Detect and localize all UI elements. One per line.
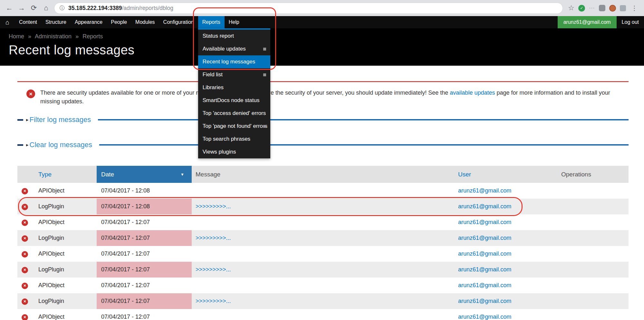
log-user-link[interactable]: arunz61@gmail.com: [458, 266, 511, 273]
toolbar-spacer: [244, 16, 558, 28]
log-table-row: ✕APIObject07/04/2017 - 12:07arunz61@gmai…: [17, 278, 629, 293]
breadcrumb-separator: »: [75, 33, 79, 40]
browser-menu-icon[interactable]: ⋮: [630, 4, 639, 12]
log-operations-cell: [553, 293, 629, 309]
log-operations-cell: [553, 183, 629, 199]
log-user-link[interactable]: arunz61@gmail.com: [458, 235, 511, 241]
reports-menu-item[interactable]: Top 'access denied' errors: [198, 107, 270, 120]
reports-menu-item[interactable]: SmartDocs node status: [198, 94, 270, 107]
severity-cell: ✕: [17, 183, 31, 199]
page-header: Home » Administration » Reports Recent l…: [0, 28, 644, 66]
gray-extension-icon[interactable]: [599, 5, 605, 11]
toolbar-item-configuration[interactable]: Configuration: [159, 16, 198, 28]
breadcrumb-administration-link[interactable]: Administration: [35, 33, 72, 40]
clear-log-messages-fieldset: ▸ Clear log messages: [17, 140, 629, 150]
error-status-icon: ✕: [22, 235, 28, 242]
clear-log-messages-toggle[interactable]: Clear log messages: [30, 141, 92, 149]
log-user-cell: arunz61@gmail.com: [451, 309, 553, 320]
breadcrumb-home-link[interactable]: Home: [9, 33, 24, 40]
log-user-link[interactable]: arunz61@gmail.com: [458, 314, 511, 320]
log-table: Type Date ▼ Message User Operations ✕API…: [17, 166, 629, 320]
reports-menu-item-label: SmartDocs node status: [203, 97, 260, 103]
log-user-link[interactable]: arunz61@gmail.com: [458, 187, 511, 194]
toolbar-item-help[interactable]: Help: [225, 16, 244, 28]
log-type-cell: LogPlugin: [31, 293, 97, 309]
page-info-icon[interactable]: ⓘ: [60, 5, 65, 12]
url-bar[interactable]: ⓘ 35.185.222.194:3389 /admin/reports/dbl…: [54, 3, 563, 14]
header-operations: Operations: [553, 166, 629, 183]
breadcrumb: Home » Administration » Reports: [9, 33, 644, 40]
log-message-cell: >>>>>>>>>...: [192, 199, 451, 214]
square-extension-icon[interactable]: [620, 5, 626, 11]
toolbar-item-appearance[interactable]: Appearance: [71, 16, 107, 28]
bookmark-star-icon[interactable]: ☆: [568, 4, 574, 12]
reports-menu-item-label: Libraries: [203, 84, 224, 90]
log-table-row: ✕LogPlugin07/04/2017 - 12:07>>>>>>>>>...…: [17, 293, 629, 309]
log-message-link[interactable]: >>>>>>>>>...: [196, 235, 231, 241]
security-update-error-message: ✕ There are security updates available f…: [17, 81, 629, 110]
reports-menu-item-label: Top search phrases: [203, 136, 250, 142]
error-status-icon: ✕: [22, 298, 28, 305]
toolbar-item-modules[interactable]: Modules: [131, 16, 159, 28]
breadcrumb-reports-link[interactable]: Reports: [82, 33, 103, 40]
back-icon[interactable]: ←: [3, 2, 15, 14]
log-user-link[interactable]: arunz61@gmail.com: [458, 203, 511, 210]
log-operations-cell: [553, 278, 629, 293]
reports-menu-item[interactable]: Status report: [198, 30, 270, 42]
log-user-cell: arunz61@gmail.com: [451, 293, 553, 309]
log-message-link[interactable]: >>>>>>>>>...: [196, 266, 231, 273]
browser-chrome: ← → ⟳ ⌂ ⓘ 35.185.222.194:3389 /admin/rep…: [0, 0, 644, 16]
toolbar-item-people[interactable]: People: [107, 16, 131, 28]
severity-cell: ✕: [17, 309, 31, 320]
log-message-link[interactable]: >>>>>>>>>...: [196, 203, 231, 210]
browser-actions: ☆ ✓ ⋯ ⋮: [566, 4, 641, 12]
browser-home-icon[interactable]: ⌂: [40, 2, 52, 14]
reports-menu-item[interactable]: Recent log messages: [198, 55, 270, 68]
header-severity-column: [17, 166, 31, 183]
toolbar-item-reports[interactable]: Reports Status reportAvailable updatesRe…: [198, 16, 225, 28]
log-message-cell: [192, 214, 451, 230]
log-user-link[interactable]: arunz61@gmail.com: [458, 298, 511, 304]
header-type[interactable]: Type: [31, 166, 97, 183]
log-user-cell: arunz61@gmail.com: [451, 278, 553, 293]
header-user[interactable]: User: [451, 166, 553, 183]
header-date[interactable]: Date ▼: [97, 166, 192, 183]
severity-cell: ✕: [17, 230, 31, 246]
filter-log-messages-toggle[interactable]: Filter log messages: [30, 116, 91, 124]
logout-button[interactable]: Log out: [617, 16, 644, 28]
log-message-cell: [192, 278, 451, 293]
reports-menu-item[interactable]: Available updates: [198, 42, 270, 55]
toolbar-home-icon[interactable]: ⌂: [0, 16, 15, 28]
log-table-row: ✕LogPlugin07/04/2017 - 12:07>>>>>>>>>...…: [17, 262, 629, 278]
toolbar-item-structure[interactable]: Structure: [41, 16, 71, 28]
error-status-icon: ✕: [22, 283, 28, 289]
reports-menu-item[interactable]: Libraries: [198, 81, 270, 94]
available-updates-link[interactable]: available updates: [450, 89, 495, 96]
log-date-cell: 07/04/2017 - 12:07: [97, 246, 192, 262]
log-message-link[interactable]: >>>>>>>>>...: [196, 298, 231, 304]
log-table-container: Type Date ▼ Message User Operations ✕API…: [17, 166, 629, 320]
dots-extension-icon[interactable]: ⋯: [589, 5, 595, 12]
collapsed-arrow-icon: ▸: [26, 142, 29, 148]
log-user-link[interactable]: arunz61@gmail.com: [458, 282, 511, 288]
green-check-extension-icon[interactable]: ✓: [578, 5, 585, 12]
forward-icon[interactable]: →: [15, 2, 28, 14]
reports-menu-item[interactable]: Top search phrases: [198, 133, 270, 146]
log-user-link[interactable]: arunz61@gmail.com: [458, 250, 511, 257]
collapse-dash-icon: [17, 119, 23, 121]
log-user-cell: arunz61@gmail.com: [451, 246, 553, 262]
reports-menu-item[interactable]: Top 'page not found' errors: [198, 120, 270, 133]
filter-log-messages-fieldset: ▸ Filter log messages: [17, 115, 629, 125]
error-status-icon: ✕: [22, 188, 28, 194]
toolbar-item-content[interactable]: Content: [15, 16, 41, 28]
log-type-cell: APIObject: [31, 246, 97, 262]
reports-menu-item[interactable]: Field list: [198, 68, 270, 81]
orange-extension-icon[interactable]: [609, 5, 616, 12]
reports-menu-item-label: Views plugins: [203, 149, 236, 155]
reload-icon[interactable]: ⟳: [28, 2, 40, 14]
reports-menu-item[interactable]: Views plugins: [198, 146, 270, 158]
log-user-link[interactable]: arunz61@gmail.com: [458, 219, 511, 225]
error-status-icon: ✕: [22, 314, 28, 320]
account-button[interactable]: arunz61@gmail.com: [558, 16, 617, 28]
severity-cell: ✕: [17, 278, 31, 293]
